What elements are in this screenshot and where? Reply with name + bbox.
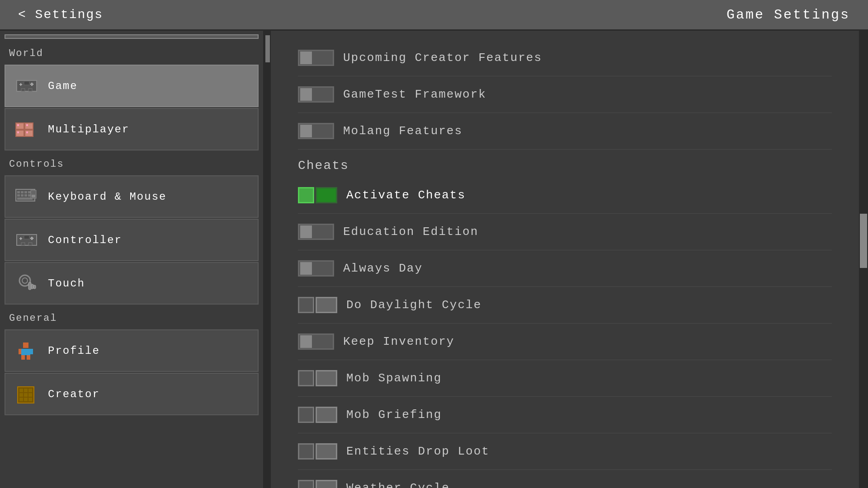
entities-drop-loot-toggle[interactable]	[298, 443, 337, 460]
weather-cycle-row: Weather Cycle	[298, 470, 832, 488]
svg-rect-62	[28, 398, 32, 401]
game-label: Game	[48, 80, 78, 92]
always-day-label: Always Day	[343, 262, 423, 275]
main-layout: World Game	[0, 31, 868, 488]
svg-rect-26	[24, 194, 27, 197]
game-icon	[14, 74, 39, 98]
touch-label: Touch	[48, 277, 85, 290]
activate-cheats-row: Activate Cheats	[298, 177, 832, 214]
svg-rect-59	[28, 393, 32, 397]
sidebar-item-multiplayer[interactable]: Multiplayer	[5, 108, 259, 150]
multiplayer-icon	[14, 117, 39, 141]
svg-rect-37	[31, 237, 33, 238]
entities-drop-loot-label: Entities Drop Loot	[346, 445, 490, 458]
svg-rect-54	[19, 389, 23, 392]
sidebar-item-controller[interactable]: Controller	[5, 219, 259, 261]
svg-rect-2	[20, 83, 21, 86]
svg-point-43	[22, 278, 28, 283]
general-section-header: General	[0, 305, 263, 328]
activate-cheats-toggle[interactable]	[298, 187, 337, 203]
svg-rect-40	[21, 243, 25, 245]
keep-inventory-label: Keep Inventory	[343, 335, 454, 348]
education-edition-row: Education Edition	[298, 214, 832, 250]
creator-icon	[14, 382, 39, 406]
svg-rect-58	[24, 393, 28, 397]
keyboard-mouse-label: Keyboard & Mouse	[48, 191, 166, 203]
svg-rect-7	[24, 81, 29, 85]
controller-icon	[14, 228, 39, 252]
svg-rect-22	[28, 191, 31, 193]
daylight-label: Do Daylight Cycle	[346, 298, 481, 312]
svg-rect-48	[21, 349, 30, 355]
page-title: Game Settings	[726, 7, 850, 23]
daylight-cycle-toggle[interactable]	[298, 297, 337, 313]
svg-rect-39	[24, 235, 29, 239]
weather-cycle-toggle[interactable]	[298, 480, 337, 488]
svg-rect-20	[21, 191, 24, 193]
sidebar-item-profile[interactable]: Profile	[5, 329, 259, 372]
svg-rect-51	[19, 349, 21, 354]
do-daylight-cycle-row: Do Daylight Cycle	[298, 287, 832, 324]
mob-spawning-label: Mob Spawning	[346, 371, 442, 385]
svg-rect-16	[26, 124, 28, 126]
sidebar-item-creator[interactable]: Creator	[5, 373, 259, 415]
sidebar-scrollbar[interactable]	[264, 31, 271, 488]
entities-drop-loot-row: Entities Drop Loot	[298, 433, 832, 470]
svg-rect-24	[17, 194, 20, 197]
gametest-framework-row: GameTest Framework	[298, 76, 832, 113]
svg-rect-56	[28, 389, 32, 392]
sidebar: World Game	[0, 31, 264, 488]
mob-spawning-row: Mob Spawning	[298, 360, 832, 397]
svg-rect-45	[31, 284, 33, 289]
mob-griefing-toggle[interactable]	[298, 407, 337, 423]
activate-cheats-label: Activate Cheats	[346, 188, 466, 202]
mob-spawning-toggle[interactable]	[298, 370, 337, 386]
back-button[interactable]: < Settings	[18, 8, 103, 22]
svg-rect-47	[23, 343, 28, 348]
cheats-section-header: Cheats	[298, 150, 832, 177]
svg-rect-9	[28, 89, 32, 91]
upcoming-creator-label: Upcoming Creator Features	[343, 51, 542, 65]
weather-cycle-label: Weather Cycle	[346, 481, 450, 488]
svg-rect-13	[25, 130, 33, 136]
svg-rect-11	[16, 130, 24, 136]
controller-label: Controller	[48, 234, 122, 246]
svg-rect-61	[24, 398, 28, 401]
sidebar-item-touch[interactable]: Touch	[5, 262, 259, 305]
education-label: Education Edition	[343, 225, 478, 239]
always-day-toggle[interactable]	[298, 260, 334, 277]
svg-rect-8	[21, 89, 25, 91]
svg-rect-5	[31, 83, 33, 84]
molang-features-row: Molang Features	[298, 113, 832, 150]
multiplayer-label: Multiplayer	[48, 123, 129, 136]
svg-rect-19	[17, 191, 20, 193]
keyboard-icon	[14, 184, 39, 209]
keep-inventory-row: Keep Inventory	[298, 324, 832, 360]
svg-rect-46	[33, 285, 36, 289]
creator-label: Creator	[48, 388, 100, 400]
svg-rect-15	[17, 131, 19, 133]
svg-rect-17	[26, 131, 28, 133]
content-area: Upcoming Creator Features GameTest Frame…	[271, 31, 859, 488]
mob-griefing-row: Mob Griefing	[298, 397, 832, 433]
svg-rect-38	[31, 239, 33, 240]
svg-rect-21	[24, 191, 27, 193]
molang-toggle[interactable]	[298, 123, 334, 139]
content-scrollbar[interactable]	[859, 31, 868, 488]
svg-rect-49	[21, 355, 25, 360]
touch-icon	[14, 271, 39, 296]
upcoming-creator-toggle[interactable]	[298, 50, 334, 66]
svg-rect-25	[21, 194, 24, 197]
sidebar-item-keyboard-mouse[interactable]: Keyboard & Mouse	[5, 175, 259, 218]
mob-griefing-label: Mob Griefing	[346, 408, 442, 422]
back-label: < Settings	[18, 8, 103, 22]
svg-rect-6	[31, 84, 33, 86]
keep-inventory-toggle[interactable]	[298, 333, 334, 350]
education-toggle[interactable]	[298, 224, 334, 240]
profile-icon	[14, 338, 39, 363]
sidebar-item-game[interactable]: Game	[5, 65, 259, 107]
svg-rect-27	[28, 194, 31, 197]
gametest-toggle[interactable]	[298, 86, 334, 103]
svg-rect-10	[16, 123, 24, 129]
gametest-label: GameTest Framework	[343, 88, 486, 101]
